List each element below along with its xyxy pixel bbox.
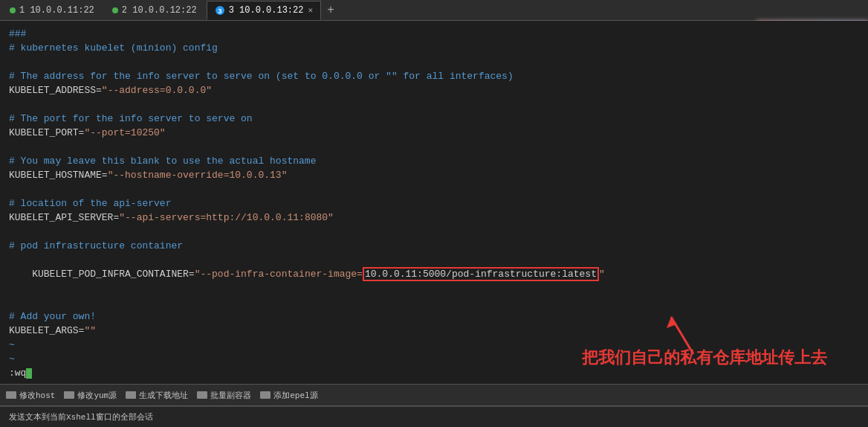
line-11: KUBELET_HOSTNAME="--hostname-override=10… <box>9 168 859 182</box>
toolbar-label-3: 生成下载地址 <box>139 390 188 401</box>
line-1: ### <box>9 27 859 41</box>
highlighted-url: 10.0.0.11:5000/pod-infrastructure:latest <box>363 267 599 281</box>
line-14: KUBELET_API_SERVER="--api-servers=http:/… <box>9 211 859 225</box>
toolbar-icon-5 <box>260 391 271 399</box>
toolbar-add-epel[interactable]: 添加epel源 <box>260 390 317 401</box>
toolbar-modify-host[interactable]: 修改host <box>6 390 55 401</box>
toolbar-batch-container[interactable]: 批量副容器 <box>197 390 251 401</box>
svg-text:3: 3 <box>218 8 221 16</box>
annotation-container: 把我们自己的私有仓库地址传上去 <box>678 309 827 369</box>
tab-3-label: 3 10.0.0.13:22 <box>229 5 304 16</box>
toolbar-icon-1 <box>6 391 16 399</box>
tab-3[interactable]: 3 3 10.0.0.13:22 ✕ <box>207 1 321 20</box>
tab-1-label: 1 10.0.0.11:22 <box>19 5 94 16</box>
terminal-content[interactable]: ### # kubernetes kubelet (minion) config… <box>0 21 868 384</box>
line-16: # pod infrastructure container <box>9 239 859 253</box>
line-17-infra: KUBELET_POD_INFRA_CONTAINER="--pod-infra… <box>9 253 859 295</box>
toolbar-icon-3 <box>126 391 136 399</box>
tab-bar: 1 10.0.0.11:22 2 10.0.0.12:22 3 3 10.0.0… <box>0 0 868 21</box>
toolbar-label-2: 修改yum源 <box>77 390 117 401</box>
line-15-empty <box>9 225 859 239</box>
toolbar-label-5: 添加epel源 <box>273 390 317 401</box>
status-text: 发送文本到当前Xshell窗口的全部会话 <box>9 411 153 423</box>
toolbar-label-1: 修改host <box>19 390 55 401</box>
info-icon: 3 <box>215 5 225 16</box>
tab-3-close[interactable]: ✕ <box>308 5 313 15</box>
toolbar-label-4: 批量副容器 <box>210 390 251 401</box>
toolbar-gen-download[interactable]: 生成下载地址 <box>126 390 188 401</box>
line-9-empty <box>9 140 859 154</box>
tab-1[interactable]: 1 10.0.0.11:22 <box>1 1 103 20</box>
toolbar-modify-yum[interactable]: 修改yum源 <box>64 390 117 401</box>
line-8: KUBELET_PORT="--port=10250" <box>9 126 859 140</box>
line-13: # location of the api-server <box>9 196 859 211</box>
line-6-empty <box>9 97 859 112</box>
status-bar: 发送文本到当前Xshell窗口的全部会话 <box>0 406 868 427</box>
tab-2-label: 2 10.0.0.12:22 <box>122 5 197 16</box>
tab-2-dot <box>112 7 118 13</box>
bottom-toolbar: 修改host 修改yum源 生成下载地址 批量副容器 添加epel源 <box>0 384 868 406</box>
annotation-text: 把我们自己的私有仓库地址传上去 <box>582 347 827 369</box>
line-2: # kubernetes kubelet (minion) config <box>9 41 859 55</box>
svg-marker-3 <box>667 317 677 328</box>
tab-1-dot <box>10 7 16 13</box>
line-3-empty <box>9 55 859 69</box>
line-5: KUBELET_ADDRESS="--address=0.0.0.0" <box>9 83 859 97</box>
line-18-empty <box>9 295 859 309</box>
line-4: # The address for the info server to ser… <box>9 69 859 83</box>
cursor <box>26 368 32 379</box>
line-12-empty <box>9 182 859 196</box>
add-tab-button[interactable]: + <box>323 2 339 19</box>
tab-2[interactable]: 2 10.0.0.12:22 <box>104 1 205 20</box>
toolbar-icon-2 <box>64 391 74 399</box>
line-7: # The port for the info server to serve … <box>9 112 859 126</box>
line-10: # You may leave this blank to use the ac… <box>9 154 859 168</box>
toolbar-icon-4 <box>197 391 207 399</box>
